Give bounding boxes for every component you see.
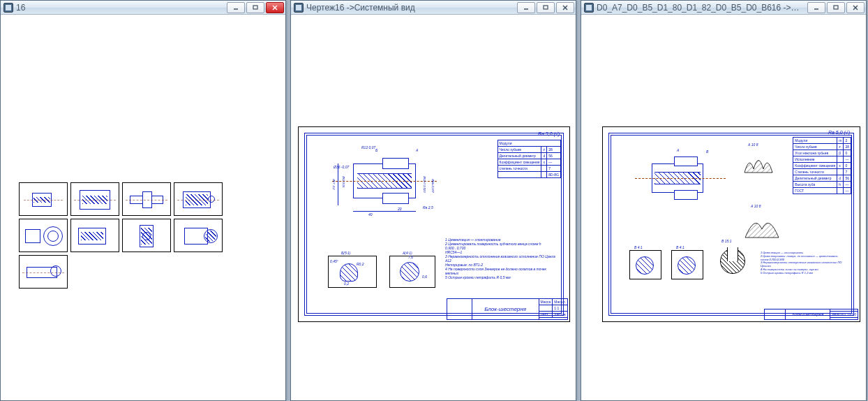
dimension: Ø57 -0,2 xyxy=(332,179,336,190)
dimension: Ø62 0,01 xyxy=(342,176,345,187)
table-row: Угол наклона зубьевβ0 xyxy=(793,150,851,156)
detail-label: В 4:1 xyxy=(634,245,643,249)
part-code: ИКМ 007 197-0 xyxy=(830,312,858,318)
table-row: Число зубьевz28 xyxy=(793,144,851,150)
thumb-1 xyxy=(19,182,68,216)
window-buttons xyxy=(227,2,284,13)
maximize-button[interactable] xyxy=(827,2,845,13)
thumb-4 xyxy=(174,182,223,216)
surface-finish-mark: Ra 5,0 (√) xyxy=(828,130,850,135)
doc-icon xyxy=(3,3,13,13)
close-button[interactable] xyxy=(556,2,574,13)
svg-rect-5 xyxy=(544,6,548,9)
window-buttons xyxy=(517,2,574,13)
thumb-6 xyxy=(70,219,119,252)
detail-view-v: В 4:1 xyxy=(671,250,703,279)
table-row: Делительный диаметрd56 xyxy=(497,153,560,159)
close-button[interactable] xyxy=(846,2,865,13)
table-row: Число зубьевz28 xyxy=(497,147,560,153)
table-header: Модули xyxy=(497,140,560,147)
technical-notes: 1 Цементация — хонинировать 2 Цементиров… xyxy=(761,251,844,275)
maximize-button[interactable] xyxy=(537,2,555,13)
drawing-canvas[interactable]: Ra 5,0 (√) Модули Число зубьевz28 Делите… xyxy=(291,15,576,400)
section-label: А xyxy=(677,148,679,152)
svg-rect-9 xyxy=(834,6,838,9)
window-title: D0_A7_D0_B5_D1_80_D1_82_D0_B5_D0_B616 ->… xyxy=(597,3,805,13)
part-name: Блок-шестерня xyxy=(792,312,823,316)
table-row: Степень точности7 xyxy=(793,169,851,175)
dimension: R12 0,07 xyxy=(361,145,375,150)
section-label-b: Б xyxy=(375,148,377,152)
dimension: Ra 2,5 xyxy=(423,205,433,210)
mdi-window-1: 16 xyxy=(0,0,286,401)
close-button[interactable] xyxy=(266,2,284,13)
svg-rect-1 xyxy=(253,6,257,9)
gear-parameter-table: Модули Число зубьевz28 Делительный диаме… xyxy=(497,140,561,178)
window-title: 16 xyxy=(16,3,224,13)
detail-label: В 4:1 xyxy=(676,245,684,249)
minimize-button[interactable] xyxy=(807,2,825,13)
technical-notes: 1 Цементация — глонтирование 2 Цементиро… xyxy=(445,238,557,279)
thumb-9 xyxy=(19,255,68,289)
table-row: Делительный диаметрd56 xyxy=(793,175,851,182)
table-row: степень точности7 xyxy=(497,166,560,172)
dimension: 0,6 xyxy=(422,275,427,279)
detail-label: А 10 8 xyxy=(751,204,761,208)
thumb-2 xyxy=(70,182,119,216)
window-title: Чертеж16 ->Системный вид xyxy=(306,3,514,13)
thumb-3 xyxy=(122,182,171,216)
thumb-5 xyxy=(19,219,68,252)
thumb-7 xyxy=(122,219,171,252)
table-row: Коэффициент смещенияx0 xyxy=(793,163,851,169)
detail-view-a: А(4:1) 7,6 0,6 xyxy=(389,256,435,288)
drawing-sheet: Ra 5,0 (√) Модулиm2 Число зубьевz28 Угол… xyxy=(602,126,860,322)
drawing-canvas[interactable] xyxy=(1,15,285,400)
gear-tooth-detail-a: А 10 8 xyxy=(741,148,776,176)
gear-parameter-table: Модулиm2 Число зубьевz28 Угол наклона зу… xyxy=(793,137,851,194)
dimension: Ø44+0,107 xyxy=(431,179,435,193)
doc-icon xyxy=(294,3,304,13)
drawing-sheet: Ra 5,0 (√) Модули Число зубьевz28 Делите… xyxy=(298,126,570,322)
dimension: Ø36 -0,07 xyxy=(334,165,349,169)
doc-icon xyxy=(584,3,594,13)
titlebar[interactable]: 16 xyxy=(1,1,285,15)
detail-view-b15: В 15:1 xyxy=(713,243,752,279)
mdi-window-2: Чертеж16 ->Системный вид Ra 5,0 (√) Моду… xyxy=(290,0,576,401)
drawing-canvas[interactable]: Ra 5,0 (√) Модулиm2 Число зубьевz28 Угол… xyxy=(581,15,866,400)
table-row: Высота зубаh— xyxy=(793,182,851,188)
table-row: ГОСТ— xyxy=(793,188,851,194)
main-section-view: Б А Ø36 -0,07 R12 0,07 Ø57 -0,2 Ø62 0,01… xyxy=(332,143,437,219)
table-row: Коэффициент смещенияx— xyxy=(497,159,560,166)
title-block: Блок-шестерня МассаМасшт. 1:1 ЛистЛистов xyxy=(447,298,568,320)
thumb-10 xyxy=(70,255,119,289)
dimension: R0,2 xyxy=(357,262,364,266)
thumb-8 xyxy=(174,219,223,252)
part-name: Блок-шестерня xyxy=(484,306,526,312)
mdi-window-3: D0_A7_D0_B5_D1_80_D1_82_D0_B5_D0_B616 ->… xyxy=(581,0,867,401)
minimize-button[interactable] xyxy=(227,2,245,13)
surface-finish-mark: Ra 5,0 (√) xyxy=(538,131,560,136)
maximize-button[interactable] xyxy=(246,2,264,13)
detail-label: Б(5:1) xyxy=(341,251,351,255)
detail-view-b: В 4:1 xyxy=(629,250,661,279)
detail-view-b: Б(5:1) 0,45° R0,2 0,2 xyxy=(328,256,377,288)
table-row: 8D-8G xyxy=(497,172,560,178)
dimension: 0,2 xyxy=(344,282,349,286)
section-label: В xyxy=(706,150,708,154)
thumbnail-strip xyxy=(19,182,270,289)
table-row: Исполнение— xyxy=(793,156,851,163)
main-section-view: А В xyxy=(635,145,726,215)
titlebar[interactable]: D0_A7_D0_B5_D1_80_D1_82_D0_B5_D0_B616 ->… xyxy=(581,1,866,15)
dimension: 0,45° xyxy=(330,259,338,263)
title-block: Блок-шестерня ИКМ 007 197-0 xyxy=(764,309,858,320)
titlebar[interactable]: Чертеж16 ->Системный вид xyxy=(291,1,576,15)
gear-tooth-detail-a2: А 10 8 xyxy=(741,210,783,242)
table-row: Модулиm2 xyxy=(793,138,851,144)
dimension: Ø62h7-0,023 xyxy=(423,176,426,192)
minimize-button[interactable] xyxy=(517,2,535,13)
window-buttons xyxy=(807,2,865,13)
section-label-a: А xyxy=(416,148,418,152)
detail-label: А 10 8 xyxy=(748,143,758,147)
dimension: 7,6 xyxy=(408,255,413,259)
detail-label: В 15:1 xyxy=(721,239,731,243)
